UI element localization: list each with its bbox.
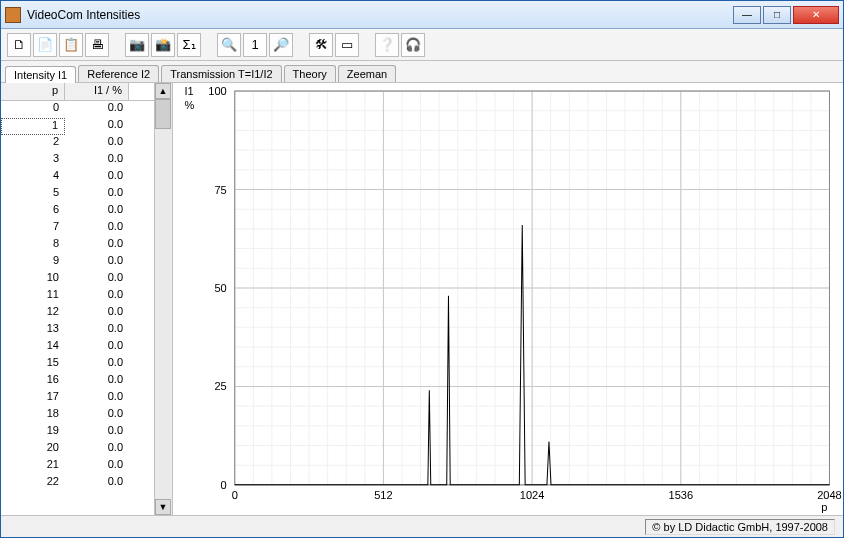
scroll-down-button[interactable]: ▼ (155, 499, 171, 515)
svg-text:25: 25 (214, 380, 226, 392)
headset-button[interactable]: 🎧 (401, 33, 425, 57)
tab-1[interactable]: Reference I2 (78, 65, 159, 82)
app-icon (5, 7, 21, 23)
tab-3[interactable]: Theory (284, 65, 336, 82)
table-row[interactable]: 40.0 (1, 169, 154, 186)
table-row[interactable]: 30.0 (1, 152, 154, 169)
table-row[interactable]: 160.0 (1, 373, 154, 390)
print-button[interactable]: 🖶 (85, 33, 109, 57)
table-row[interactable]: 10.0 (1, 118, 154, 135)
svg-text:2048: 2048 (817, 489, 842, 501)
table-row[interactable]: 50.0 (1, 186, 154, 203)
svg-text:50: 50 (214, 282, 226, 294)
scroll-thumb[interactable] (155, 99, 171, 129)
titlebar: VideoCom Intensities — □ ✕ (1, 1, 843, 29)
table-row[interactable]: 180.0 (1, 407, 154, 424)
svg-text:%: % (185, 99, 195, 111)
table-row[interactable]: 110.0 (1, 288, 154, 305)
maximize-button[interactable]: □ (763, 6, 791, 24)
table-row[interactable]: 70.0 (1, 220, 154, 237)
app-window: VideoCom Intensities — □ ✕ 🗋📄📋🖶📷📸Σ₁🔍1🔎🛠▭… (0, 0, 844, 538)
plot-pane[interactable]: 05121024153620480255075100I1%p (173, 83, 843, 515)
tools-button[interactable]: 🛠 (309, 33, 333, 57)
toolbar: 🗋📄📋🖶📷📸Σ₁🔍1🔎🛠▭❔🎧 (1, 29, 843, 61)
help-button[interactable]: ❔ (375, 33, 399, 57)
svg-text:0: 0 (221, 479, 227, 491)
table-body: 00.010.020.030.040.050.060.070.080.090.0… (1, 101, 154, 515)
table-row[interactable]: 80.0 (1, 237, 154, 254)
table-row[interactable]: 90.0 (1, 254, 154, 271)
table-row[interactable]: 190.0 (1, 424, 154, 441)
table-row[interactable]: 100.0 (1, 271, 154, 288)
svg-text:75: 75 (214, 184, 226, 196)
svg-text:I1: I1 (185, 85, 194, 97)
close-button[interactable]: ✕ (793, 6, 839, 24)
data-table-pane: p I1 / % 00.010.020.030.040.050.060.070.… (1, 83, 173, 515)
statusbar: © by LD Didactic GmbH, 1997-2008 (1, 515, 843, 537)
tab-4[interactable]: Zeeman (338, 65, 396, 82)
window-button[interactable]: ▭ (335, 33, 359, 57)
zoom-in-button[interactable]: 🔍 (217, 33, 241, 57)
svg-text:1536: 1536 (669, 489, 694, 501)
svg-text:1024: 1024 (520, 489, 545, 501)
table-row[interactable]: 220.0 (1, 475, 154, 492)
svg-text:512: 512 (374, 489, 392, 501)
table-scrollbar[interactable]: ▲ ▼ (154, 83, 172, 515)
svg-text:0: 0 (232, 489, 238, 501)
scroll-up-button[interactable]: ▲ (155, 83, 171, 99)
tabbar: Intensity I1Reference I2Transmission T=I… (1, 61, 843, 83)
table-row[interactable]: 20.0 (1, 135, 154, 152)
open-button[interactable]: 📄 (33, 33, 57, 57)
copyright-label: © by LD Didactic GmbH, 1997-2008 (645, 519, 835, 535)
table-row[interactable]: 00.0 (1, 101, 154, 118)
record2-button[interactable]: 📸 (151, 33, 175, 57)
table-row[interactable]: 170.0 (1, 390, 154, 407)
col-header-i1[interactable]: I1 / % (65, 83, 129, 100)
record-button[interactable]: 📷 (125, 33, 149, 57)
new-button[interactable]: 🗋 (7, 33, 31, 57)
table-row[interactable]: 200.0 (1, 441, 154, 458)
window-title: VideoCom Intensities (27, 8, 733, 22)
sigma-button[interactable]: Σ₁ (177, 33, 201, 57)
one-button[interactable]: 1 (243, 33, 267, 57)
col-header-p[interactable]: p (1, 83, 65, 100)
table-row[interactable]: 150.0 (1, 356, 154, 373)
table-row[interactable]: 120.0 (1, 305, 154, 322)
table-header: p I1 / % (1, 83, 154, 101)
copy-button[interactable]: 📋 (59, 33, 83, 57)
minimize-button[interactable]: — (733, 6, 761, 24)
svg-text:p: p (821, 501, 827, 513)
table-row[interactable]: 60.0 (1, 203, 154, 220)
table-row[interactable]: 140.0 (1, 339, 154, 356)
svg-text:100: 100 (208, 85, 226, 97)
tab-0[interactable]: Intensity I1 (5, 66, 76, 83)
tab-2[interactable]: Transmission T=I1/I2 (161, 65, 281, 82)
zoom-out-button[interactable]: 🔎 (269, 33, 293, 57)
table-row[interactable]: 210.0 (1, 458, 154, 475)
table-row[interactable]: 130.0 (1, 322, 154, 339)
content-area: p I1 / % 00.010.020.030.040.050.060.070.… (1, 83, 843, 515)
